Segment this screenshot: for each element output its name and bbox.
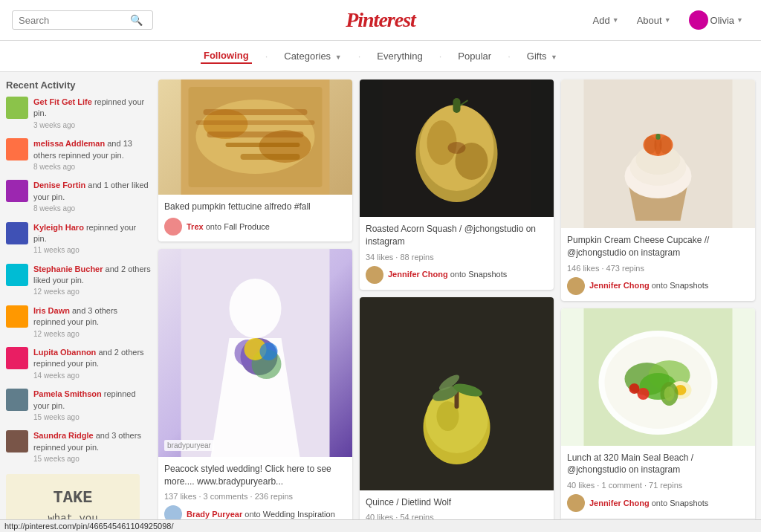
- pin-footer-pasta: Trex onto Fall Produce: [164, 218, 346, 236]
- search-button[interactable]: 🔍: [130, 14, 143, 26]
- activity-item: Lupita Obannon and 2 others repinned you…: [6, 347, 151, 381]
- pin-body-squash: Roasted Acorn Squash / @jchongstudio on …: [360, 217, 554, 290]
- subnav: Following · Categories ▼ · Everything · …: [0, 41, 761, 72]
- activity-user-link[interactable]: Get Fit Get Life: [33, 97, 92, 106]
- subnav-gifts[interactable]: Gifts ▼: [524, 49, 560, 63]
- url-bar: http://pinterest.com/pin/466545461104925…: [0, 519, 761, 532]
- pin-stats-cupcake: 146 likes · 473 repins: [567, 264, 749, 273]
- search-input[interactable]: [19, 15, 130, 26]
- activity-user-link[interactable]: melissa Addleman: [33, 139, 105, 148]
- activity-text: Iris Dawn and 3 others repinned your pin…: [33, 305, 151, 340]
- activity-thumb: [6, 138, 28, 160]
- board-name[interactable]: Snapshots: [670, 281, 708, 290]
- pin-image-pasta: [158, 80, 352, 195]
- svg-rect-7: [207, 132, 304, 137]
- activity-user-link[interactable]: Kyleigh Haro: [33, 223, 84, 232]
- activity-thumb: [6, 264, 28, 286]
- pin-body-salad: Lunch at 320 Main Seal Beach / @jchongst…: [561, 446, 755, 519]
- gifts-arrow-icon: ▼: [551, 53, 557, 61]
- add-label: Add: [593, 15, 610, 26]
- subnav-everything[interactable]: Everything: [374, 49, 425, 63]
- add-button[interactable]: Add ▼: [587, 12, 625, 29]
- sep2: ·: [358, 51, 361, 62]
- activity-time: 15 weeks ago: [33, 413, 80, 421]
- svg-point-17: [260, 343, 278, 360]
- pin-image-salad: [561, 308, 755, 446]
- pin-attr: bradypuryear: [164, 440, 214, 451]
- pin-card-squash[interactable]: Roasted Acorn Squash / @jchongstudio on …: [360, 80, 554, 290]
- activity-item: Denise Fortin and 1 other liked your pin…: [6, 180, 151, 214]
- svg-point-23: [448, 142, 466, 154]
- activity-item: melissa Addleman and 13 others repinned …: [6, 138, 151, 172]
- user-arrow-icon: ▼: [736, 16, 743, 24]
- activity-time: 15 weeks ago: [33, 455, 80, 463]
- pinner-name[interactable]: Trex: [187, 222, 204, 231]
- pin-image-quince: [360, 297, 554, 490]
- activity-text: Pamela Smithson repinned your pin. 15 we…: [33, 389, 151, 423]
- activity-user-link[interactable]: Pamela Smithson: [33, 389, 102, 398]
- pinner-avatar: [164, 218, 182, 236]
- sep3: ·: [439, 51, 442, 62]
- activity-text: melissa Addleman and 13 others repinned …: [33, 138, 151, 172]
- activity-item: Pamela Smithson repinned your pin. 15 we…: [6, 389, 151, 423]
- pin-card-quince[interactable]: Quince / Dietlind Wolf 40 likes · 54 rep…: [360, 297, 554, 532]
- pin-card-pasta[interactable]: Baked pumpkin fettucine alfredo #fall Tr…: [158, 80, 352, 241]
- svg-point-54: [629, 383, 640, 394]
- activity-time: 8 weeks ago: [33, 163, 75, 171]
- logo[interactable]: Pinterest: [346, 8, 415, 32]
- pinner-info: Jennifer Chong onto Snapshots: [589, 280, 708, 291]
- board-name[interactable]: Snapshots: [468, 270, 507, 279]
- activity-item: Kyleigh Haro repinned your pin. 11 weeks…: [6, 222, 151, 256]
- categories-arrow-icon: ▼: [335, 53, 342, 61]
- activity-time: 12 weeks ago: [33, 288, 80, 296]
- svg-point-21: [427, 120, 457, 165]
- pin-desc-salad: Lunch at 320 Main Seal Beach / @jchongst…: [567, 452, 749, 477]
- subnav-following[interactable]: Following: [201, 48, 252, 64]
- activity-thumb: [6, 97, 28, 119]
- pin-desc-pasta: Baked pumpkin fettucine alfredo #fall: [164, 201, 346, 213]
- board-name[interactable]: Wedding Inspiration: [263, 510, 335, 519]
- pinner-name[interactable]: Jennifer Chong: [388, 270, 448, 279]
- board-name[interactable]: Snapshots: [670, 499, 708, 507]
- activity-thumb: [6, 222, 28, 244]
- activity-thumb: [6, 430, 28, 452]
- pin-column-1: Baked pumpkin fettucine alfredo #fall Tr…: [158, 80, 352, 532]
- activity-item: Stephanie Bucher and 2 others liked your…: [6, 264, 151, 298]
- activity-user-link[interactable]: Denise Fortin: [33, 181, 85, 189]
- pinner-name[interactable]: Jennifer Chong: [589, 499, 650, 507]
- activity-item: Iris Dawn and 3 others repinned your pin…: [6, 305, 151, 340]
- pin-desc-cupcake: Pumpkin Cream Cheese Cupcake // @jchongs…: [567, 234, 749, 259]
- pin-card-cupcake[interactable]: Pumpkin Cream Cheese Cupcake // @jchongs…: [561, 80, 755, 301]
- user-label: Olivia: [710, 15, 735, 26]
- activity-text: Denise Fortin and 1 other liked your pin…: [33, 180, 151, 214]
- pinner-name[interactable]: Brady Puryear: [187, 510, 242, 519]
- svg-rect-44: [656, 134, 661, 140]
- activity-user-link[interactable]: Saundra Ridgle: [33, 431, 94, 440]
- pinner-info: Jennifer Chong onto Snapshots: [589, 498, 708, 508]
- svg-point-56: [664, 386, 675, 401]
- about-label: About: [637, 15, 662, 26]
- svg-point-11: [230, 279, 282, 338]
- board-name[interactable]: Fall Produce: [224, 222, 270, 231]
- activity-thumb: [6, 180, 28, 202]
- pin-body-cupcake: Pumpkin Cream Cheese Cupcake // @jchongs…: [561, 228, 755, 301]
- subnav-categories[interactable]: Categories ▼: [281, 49, 344, 63]
- pin-grid: Baked pumpkin fettucine alfredo #fall Tr…: [158, 80, 755, 532]
- about-button[interactable]: About ▼: [631, 12, 677, 29]
- user-menu-button[interactable]: Olivia ▼: [683, 7, 749, 33]
- pinner-info: Jennifer Chong onto Snapshots: [388, 269, 507, 279]
- activity-user-link[interactable]: Stephanie Bucher: [33, 265, 103, 273]
- activity-user-link[interactable]: Lupita Obannon: [33, 348, 96, 357]
- pinner-avatar: [567, 277, 585, 295]
- pin-stats-wedding: 137 likes · 3 comments · 236 repins: [164, 492, 346, 501]
- pinner-avatar: [366, 266, 383, 284]
- activity-user-link[interactable]: Iris Dawn: [33, 306, 70, 315]
- pinner-name[interactable]: Jennifer Chong: [589, 281, 650, 290]
- subnav-popular[interactable]: Popular: [455, 49, 494, 63]
- pinner-info: Trex onto Fall Produce: [187, 221, 270, 232]
- pin-card-wedding[interactable]: bradypuryear Peacock styled wedding! Cli…: [158, 249, 352, 532]
- pin-stats-salad: 40 likes · 1 comment · 71 repins: [567, 481, 749, 490]
- activity-time: 11 weeks ago: [33, 246, 80, 254]
- sidebar-title: Recent Activity: [6, 80, 151, 91]
- pin-card-salad[interactable]: Lunch at 320 Main Seal Beach / @jchongst…: [561, 308, 755, 532]
